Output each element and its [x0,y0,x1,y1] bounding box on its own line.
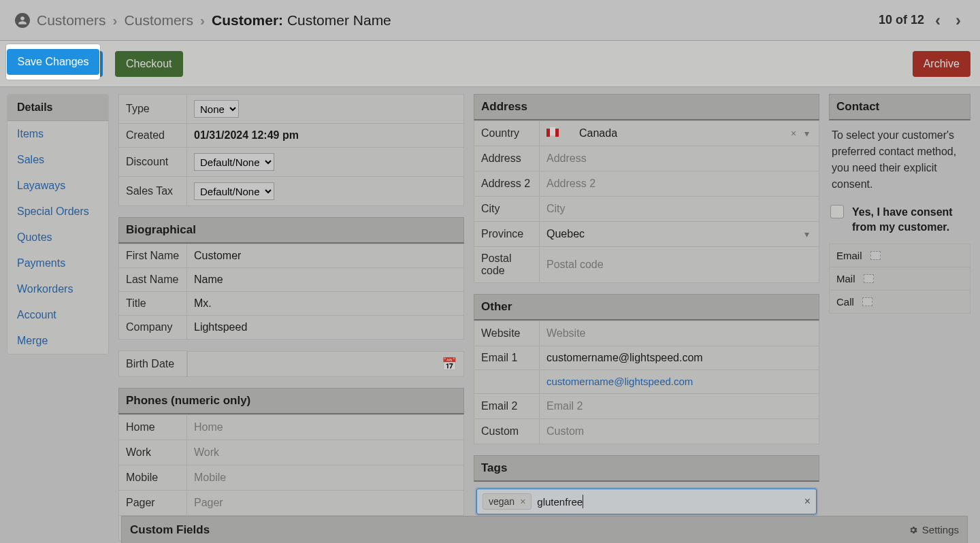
tag-chip-vegan: vegan × [483,493,532,510]
company-label: Company [119,316,187,340]
pref-row-email: Email [829,244,970,267]
action-bar: Save Changes Checkout Archive [0,41,980,87]
phone-mobile-label: Mobile [119,465,187,491]
pref-mail-checkbox[interactable] [864,274,874,283]
sidebar-item-merge[interactable]: Merge [7,328,108,354]
phone-home-input[interactable] [187,415,463,440]
phone-pager-input[interactable] [187,491,463,515]
text-caret-icon [583,495,583,508]
last-name-value[interactable]: Name [187,268,464,292]
website-label: Website [474,321,540,346]
clear-tags-icon[interactable]: × [804,495,811,508]
birthdate-label: Birth Date [119,351,187,377]
phones-header: Phones (numeric only) [118,388,464,414]
pager-next-icon[interactable]: › [951,8,965,33]
salestax-select[interactable]: Default/None [194,182,274,200]
website-input[interactable] [540,321,819,346]
address-label: Address [474,146,540,171]
first-name-label: First Name [119,244,187,268]
phone-home-label: Home [119,415,187,440]
type-select[interactable]: None [194,100,239,118]
pref-email-checkbox[interactable] [870,251,881,260]
address-header: Address [474,94,819,120]
consent-checkbox[interactable] [830,205,844,218]
province-label: Province [474,222,540,247]
phone-mobile-input[interactable] [187,465,463,490]
discount-select[interactable]: Default/None [194,153,274,171]
salestax-label: Sales Tax [119,177,187,206]
type-label: Type [119,95,187,124]
city-label: City [474,197,540,222]
canada-flag-icon [546,127,559,139]
phone-pager-label: Pager [119,491,187,516]
sidebar-item-quotes[interactable]: Quotes [7,225,108,250]
chevron-right-icon: › [200,12,205,29]
combo-controls-icon[interactable]: × ▾ [791,128,812,139]
birthdate-input[interactable] [188,352,442,376]
pref-row-mail: Mail [829,267,970,291]
save-highlight-box: Save Changes [6,44,100,80]
email1-value[interactable]: customername@lightspeed.com [540,346,819,370]
email2-label: Email 2 [474,394,540,419]
postal-input[interactable] [540,252,819,277]
created-label: Created [119,124,187,148]
contact-message: To select your customer's preferred cont… [829,120,970,202]
sidebar-item-items[interactable]: Items [7,121,108,147]
address2-input[interactable] [540,171,819,196]
sidebar-item-special-orders[interactable]: Special Orders [7,199,108,225]
sidebar-item-details[interactable]: Details [7,95,108,121]
title-label: Title [119,292,187,316]
city-input[interactable] [540,197,819,221]
address-input[interactable] [540,146,819,171]
first-name-value[interactable]: Customer [187,244,464,268]
record-pager: 10 of 12 ‹ › [879,8,965,33]
sidebar: Details Items Sales Layaways Special Ord… [7,94,109,355]
company-value[interactable]: Lightspeed [187,316,464,340]
pager-text: 10 of 12 [879,13,924,27]
custom-fields-header: Custom Fields Settings [121,516,968,543]
save-button-highlight[interactable]: Save Changes [7,49,100,75]
chevron-right-icon: › [113,12,118,29]
tags-input-box[interactable]: vegan × glutenfree × [476,489,817,514]
other-table: Website Email 1 customername@lightspeed.… [474,320,819,444]
sidebar-item-account[interactable]: Account [7,302,108,328]
title-value[interactable]: Mx. [187,292,464,316]
email2-input[interactable] [540,394,819,418]
gear-icon [909,525,918,535]
phone-work-label: Work [119,440,187,465]
sidebar-item-workorders[interactable]: Workorders [7,276,108,302]
breadcrumb-root[interactable]: Customers [37,12,106,29]
user-icon [15,13,30,28]
province-select[interactable]: Quebec ▾ [540,222,819,246]
pref-call-checkbox[interactable] [862,297,872,306]
birthdate-table: Birth Date 📅 [118,350,464,377]
biographical-header: Biographical [118,217,464,244]
custom-fields-settings[interactable]: Settings [909,524,959,536]
archive-button[interactable]: Archive [913,51,970,77]
contact-header: Contact [829,94,970,120]
sidebar-item-layaways[interactable]: Layaways [7,173,108,199]
sidebar-item-sales[interactable]: Sales [7,147,108,173]
breadcrumb-current: Customer: Customer Name [212,12,391,29]
email1-label: Email 1 [474,346,540,370]
created-value: 01/31/2024 12:49 pm [187,124,464,148]
custom-input[interactable] [540,419,819,444]
country-label: Country [474,121,540,146]
pager-prev-icon[interactable]: ‹ [931,8,945,33]
breadcrumb-bar: Customers › Customers › Customer: Custom… [0,0,980,41]
breadcrumb-second[interactable]: Customers [125,12,194,29]
chevron-down-icon[interactable]: ▾ [804,229,812,240]
sidebar-item-payments[interactable]: Payments [7,250,108,276]
email1-link[interactable]: customername@lightspeed.com [546,376,693,387]
pref-row-call: Call [829,291,970,314]
postal-label: Postal code [474,247,540,283]
consent-label: Yes, I have consent from my customer. [852,205,969,235]
checkout-button[interactable]: Checkout [115,51,183,77]
calendar-icon[interactable]: 📅 [442,357,463,372]
country-select[interactable]: Canada × ▾ [540,121,819,146]
details-table: Type None Created 01/31/2024 12:49 pm Di… [118,94,464,206]
custom-label: Custom [474,419,540,444]
tags-header: Tags [474,455,819,482]
phone-work-input[interactable] [187,440,463,465]
remove-tag-icon[interactable]: × [520,496,525,507]
